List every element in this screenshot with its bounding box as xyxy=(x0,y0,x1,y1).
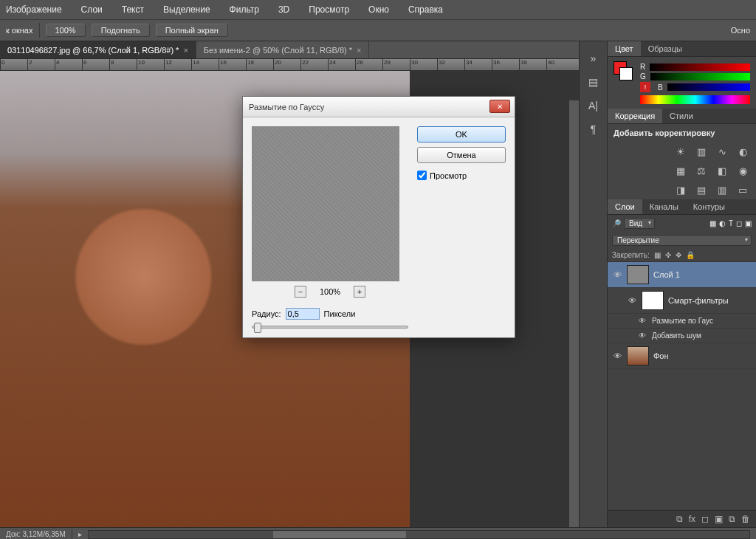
filter-smart-icon[interactable]: ▣ xyxy=(745,219,752,227)
visibility-toggle[interactable]: 👁 xyxy=(637,317,647,325)
tab-layers[interactable]: Слои xyxy=(608,199,642,214)
trash-icon[interactable]: 🗑 xyxy=(741,514,750,524)
zoom-out-button[interactable]: − xyxy=(295,286,306,298)
menu-item-view[interactable]: Просмотр xyxy=(304,3,354,16)
ruler-horizontal: 0246810121416182022242628303234363840 xyxy=(0,59,579,71)
smart-filter-name[interactable]: Размытие по Гаус xyxy=(652,317,713,325)
fit-button[interactable]: Подогнать xyxy=(92,24,150,37)
menu-item-help[interactable]: Справка xyxy=(404,3,447,16)
lock-move-icon[interactable]: ✥ xyxy=(676,251,681,259)
vertical-scrollbar[interactable] xyxy=(568,100,579,527)
layer-name[interactable]: Фон xyxy=(653,351,669,360)
color-swatches[interactable] xyxy=(614,61,633,104)
cancel-button[interactable]: Отмена xyxy=(417,147,506,163)
paragraph-panel-icon[interactable]: ¶ xyxy=(586,123,601,136)
fullscreen-button[interactable]: Полный экран xyxy=(156,24,228,37)
background-swatch[interactable] xyxy=(619,67,633,80)
adj-balance-icon[interactable]: ⚖ xyxy=(694,164,709,177)
horizontal-scrollbar[interactable] xyxy=(88,530,750,539)
visibility-toggle[interactable]: 👁 xyxy=(612,270,622,279)
smart-filter-row[interactable]: 👁 Добавить шум xyxy=(608,329,756,343)
radius-slider[interactable] xyxy=(252,326,408,329)
layer-row[interactable]: 👁 Смарт-фильтры xyxy=(608,288,756,314)
dialog-preview[interactable] xyxy=(252,126,399,281)
lock-position-icon[interactable]: ✜ xyxy=(665,251,671,259)
smart-filter-name[interactable]: Добавить шум xyxy=(652,332,701,340)
tab-swatches[interactable]: Образцы xyxy=(641,41,690,56)
preview-checkbox-row[interactable]: Просмотр xyxy=(417,171,506,180)
close-icon[interactable]: × xyxy=(357,46,361,55)
visibility-toggle[interactable]: 👁 xyxy=(627,296,637,305)
tab-channels[interactable]: Каналы xyxy=(642,199,686,214)
histogram-icon[interactable]: ▤ xyxy=(586,75,601,89)
ruler-tick: 20 xyxy=(273,59,281,70)
menu-item-window[interactable]: Окно xyxy=(364,3,394,16)
tab-adjustments[interactable]: Коррекция xyxy=(608,109,662,123)
slider-g[interactable] xyxy=(650,73,750,80)
new-layer-icon[interactable]: ⧉ xyxy=(729,514,735,524)
adj-brightness-icon[interactable]: ☀ xyxy=(673,145,688,158)
slider-r[interactable] xyxy=(650,63,750,71)
ok-button[interactable]: OK xyxy=(417,126,506,143)
slider-b[interactable] xyxy=(667,83,750,91)
smart-filter-row[interactable]: 👁 Размытие по Гаус xyxy=(608,314,756,329)
tab-paths[interactable]: Контуры xyxy=(686,199,732,214)
radius-input[interactable] xyxy=(286,308,320,320)
blend-mode-select[interactable]: Перекрытие xyxy=(612,235,752,246)
lock-all-icon[interactable]: 🔒 xyxy=(686,251,695,259)
lock-pixels-icon[interactable]: ▦ xyxy=(654,251,661,259)
menu-item-filter[interactable]: Фильтр xyxy=(225,3,264,16)
filter-mask-thumbnail[interactable] xyxy=(642,291,664,310)
zoom-in-button[interactable]: + xyxy=(354,286,365,298)
visibility-toggle[interactable]: 👁 xyxy=(637,332,647,340)
scrollbar-handle[interactable] xyxy=(273,531,406,538)
adj-bw-icon[interactable]: ◧ xyxy=(715,164,729,177)
layer-row[interactable]: 👁 Слой 1 xyxy=(608,262,756,288)
visibility-toggle[interactable]: 👁 xyxy=(612,351,622,360)
filter-pixel-icon[interactable]: ▦ xyxy=(709,219,716,227)
adj-posterize-icon[interactable]: ▤ xyxy=(694,183,709,196)
preview-checkbox[interactable] xyxy=(417,171,427,180)
adj-curves-icon[interactable]: ∿ xyxy=(715,145,729,158)
character-panel-icon[interactable]: A| xyxy=(586,99,601,112)
filter-adj-icon[interactable]: ◐ xyxy=(719,219,726,227)
hue-ramp[interactable] xyxy=(640,95,750,104)
gamut-warning-icon[interactable]: ! xyxy=(640,82,650,92)
dialog-titlebar[interactable]: Размытие по Гауссу ✕ xyxy=(243,97,515,117)
adj-exposure-icon[interactable]: ◐ xyxy=(735,145,750,158)
link-layers-icon[interactable]: ⧉ xyxy=(676,514,683,524)
status-arrow-icon[interactable]: ▸ xyxy=(78,530,82,538)
menu-item-image[interactable]: Изображение xyxy=(1,3,66,16)
zoom-percent-button[interactable]: 100% xyxy=(46,24,86,37)
adj-hue-icon[interactable]: ◉ xyxy=(735,164,750,177)
menu-item-layers[interactable]: Слои xyxy=(77,3,107,16)
close-icon[interactable]: × xyxy=(183,46,188,55)
adj-vibrance-icon[interactable]: ▦ xyxy=(673,164,688,177)
adj-gradient-icon[interactable]: ▭ xyxy=(735,183,750,196)
fx-icon[interactable]: fx xyxy=(689,514,695,524)
document-tab-inactive[interactable]: Без имени-2 @ 50% (Слой 11, RGB/8) * × xyxy=(196,41,370,58)
expand-panels-icon[interactable]: » xyxy=(586,52,601,65)
filter-kind-icon[interactable]: 🔎 xyxy=(612,219,621,227)
group-icon[interactable]: ▣ xyxy=(715,514,723,524)
adj-invert-icon[interactable]: ◨ xyxy=(673,183,688,196)
menu-item-select[interactable]: Выделение xyxy=(159,3,215,16)
menu-item-text[interactable]: Текст xyxy=(117,3,148,16)
document-tab-active[interactable]: 03110496827.jpg @ 66,7% (Слой 1, RGB/8#)… xyxy=(0,41,196,58)
tab-color[interactable]: Цвет xyxy=(608,41,641,56)
layer-thumbnail[interactable] xyxy=(627,346,649,365)
menu-item-3d[interactable]: 3D xyxy=(274,3,294,16)
radius-slider-handle[interactable] xyxy=(254,323,261,333)
ruler-tick: 16 xyxy=(219,59,227,70)
mask-icon[interactable]: ◻ xyxy=(701,514,709,524)
filter-kind-select[interactable]: Вид xyxy=(624,218,655,229)
layer-row[interactable]: 👁 Фон xyxy=(608,343,756,369)
adj-threshold-icon[interactable]: ▥ xyxy=(715,183,729,196)
layer-thumbnail[interactable] xyxy=(627,265,649,284)
filter-type-icon[interactable]: T xyxy=(729,219,733,227)
adj-levels-icon[interactable]: ▥ xyxy=(694,145,709,158)
layer-name[interactable]: Слой 1 xyxy=(653,270,680,279)
dialog-close-button[interactable]: ✕ xyxy=(489,100,510,113)
tab-styles[interactable]: Стили xyxy=(662,109,701,123)
filter-shape-icon[interactable]: ◻ xyxy=(736,219,742,227)
